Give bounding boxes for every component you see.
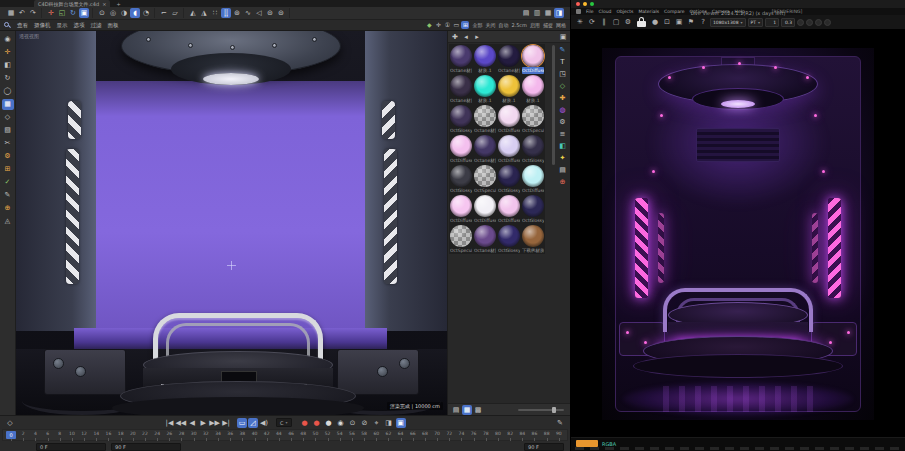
material-thumb[interactable]: OctDiffuse — [449, 194, 473, 224]
record-position-button[interactable]: ● — [300, 418, 310, 428]
snap-label-snap[interactable]: 捕捉 — [543, 22, 553, 28]
scale-tool-icon[interactable]: ◱ — [57, 8, 67, 18]
material-thumb[interactable]: OctSpecular — [521, 104, 545, 134]
snap-label-grid[interactable]: 网格 — [556, 22, 566, 28]
material-thumb[interactable]: Octane材质 — [473, 134, 497, 164]
material-thumb[interactable]: OctDiffuse — [497, 134, 521, 164]
material-thumb[interactable]: OctGlossy — [449, 164, 473, 194]
live-select-icon[interactable]: ⊙ — [97, 8, 107, 18]
search-icon[interactable] — [4, 22, 11, 29]
layout-preset-3-icon[interactable]: ▦ — [543, 8, 553, 18]
circle-tool-icon[interactable]: ◯ — [2, 86, 14, 97]
snap-label-off[interactable]: 关闭 — [485, 22, 495, 28]
layers-icon[interactable]: ◧ — [557, 141, 568, 151]
list-view-icon[interactable]: ▤ — [451, 405, 461, 415]
next-page-icon[interactable]: ▸ — [472, 32, 482, 42]
animation-mode-icon[interactable]: ∿ — [243, 8, 253, 18]
layout-preset-1-icon[interactable]: ▤ — [521, 8, 531, 18]
material-thumb[interactable]: OctGlossy — [521, 134, 545, 164]
zoom-window-button[interactable] — [590, 2, 594, 6]
material-thumb[interactable]: Octane材质 — [473, 224, 497, 254]
snap-label-all[interactable]: 全部 — [472, 22, 482, 28]
copy-clipboard-icon[interactable]: ▣ — [674, 17, 684, 27]
undo-icon[interactable]: ↶ — [17, 8, 27, 18]
list-icon[interactable]: ≡ — [557, 129, 568, 139]
channel-button-1[interactable] — [797, 19, 804, 26]
keyframe-diamond-icon[interactable]: ◇ — [5, 418, 15, 428]
workplane-lock-icon[interactable]: ◁ — [254, 8, 264, 18]
region-render-icon[interactable]: ● — [650, 17, 660, 27]
material-thumb[interactable]: OctDiffuse — [521, 44, 545, 74]
active-tool-icon[interactable]: ▣ — [79, 8, 89, 18]
generator-icon[interactable]: ⚙ — [2, 151, 14, 162]
grid-tool-icon[interactable]: ▦ — [2, 99, 14, 110]
sound-toggle[interactable]: ◀) — [259, 418, 269, 428]
polygons-mode-icon[interactable]: ⣿ — [221, 8, 231, 18]
snap-label-enable[interactable]: 启用 — [530, 22, 540, 28]
layout-grid-icon[interactable]: ▦ — [6, 8, 16, 18]
menu-file[interactable]: File — [586, 9, 594, 14]
split-tool-icon[interactable]: ◧ — [2, 60, 14, 71]
grid-view-icon[interactable]: ▦ — [462, 405, 472, 415]
spin-tool-icon[interactable]: ↻ — [2, 73, 14, 84]
render-settings-icon[interactable]: ⊜ — [276, 8, 286, 18]
brush-tool-icon[interactable]: ◉ — [2, 34, 14, 45]
viewport-canvas[interactable]: 透视视图 — [16, 31, 447, 415]
target-tool-icon[interactable]: ⊕ — [2, 203, 14, 214]
axis-lock-icon[interactable]: ◖ — [130, 8, 140, 18]
timeline-ruler[interactable]: 0 02468101214161820222426283032343638404… — [2, 429, 568, 441]
material-thumb[interactable]: OctDiffuse — [497, 194, 521, 224]
array-icon[interactable]: ⊞ — [2, 164, 14, 175]
loop-toggle[interactable]: ▭ — [237, 418, 247, 428]
prev-key-button[interactable]: ◀◀ — [175, 418, 186, 428]
restart-render-icon[interactable]: ✳ — [575, 17, 585, 27]
record-param-button[interactable]: ◉ — [336, 418, 346, 428]
material-thumb[interactable]: Octane材质 — [473, 104, 497, 134]
magnet-button[interactable]: ◨ — [384, 418, 394, 428]
minimize-window-button[interactable] — [583, 2, 587, 6]
diamond-tool-icon[interactable]: ◇ — [2, 112, 14, 123]
viewport-menu-cameras[interactable]: 摄像机 — [34, 22, 51, 29]
material-thumb[interactable]: OctGlossy — [497, 224, 521, 254]
panel-menu-icon[interactable]: ▣ — [558, 32, 568, 42]
autokey-button[interactable]: ⊘ — [360, 418, 370, 428]
node-icon[interactable]: ◇ — [557, 81, 568, 91]
add-icon[interactable]: ✚ — [557, 93, 568, 103]
redo-icon[interactable]: ↷ — [28, 8, 38, 18]
lasso-select-icon[interactable]: ◑ — [119, 8, 129, 18]
workplane-icon[interactable]: ⌐ — [159, 8, 169, 18]
menu-materials[interactable]: Materials — [638, 9, 659, 14]
current-frame-marker[interactable]: 0 — [6, 431, 16, 439]
record-pla-button[interactable]: ⊙ — [348, 418, 358, 428]
knife-tool-icon[interactable]: ✂ — [2, 138, 14, 149]
record-rotation-button[interactable]: ● — [312, 418, 322, 428]
star-icon[interactable]: ✦ — [557, 153, 568, 163]
material-thumb[interactable]: 材质.1 — [497, 74, 521, 104]
samples-field[interactable]: 1 — [765, 18, 779, 27]
object-mode-icon[interactable]: ◮ — [199, 8, 209, 18]
material-thumb[interactable]: OctGlossy — [521, 194, 545, 224]
next-frame-button[interactable]: ▶▶ — [209, 418, 220, 428]
channel-button-2[interactable] — [806, 19, 813, 26]
material-thumb[interactable]: Octane材质 — [449, 44, 473, 74]
slider-thumb[interactable] — [552, 407, 556, 413]
channel-button-4[interactable] — [824, 19, 831, 26]
pick-icon[interactable]: ⊕ — [557, 177, 568, 187]
model-mode-icon[interactable]: ◭ — [188, 8, 198, 18]
paint-icon[interactable]: ✎ — [557, 45, 568, 55]
range-start-field[interactable]: 0 F — [36, 443, 106, 451]
snap-label-size[interactable]: 2.5cm — [511, 22, 527, 28]
render-canvas[interactable] — [602, 48, 874, 420]
viewport-menu-display[interactable]: 显示 — [57, 22, 68, 29]
goto-end-button[interactable]: ▶| — [221, 418, 231, 428]
edit-timeline-icon[interactable]: ✎ — [555, 418, 565, 428]
workplane-snap-icon[interactable]: ① — [443, 21, 451, 29]
pause-icon[interactable]: ∥ — [599, 17, 609, 27]
check-icon[interactable]: ✓ — [2, 177, 14, 188]
new-tab-button[interactable]: + — [116, 1, 120, 7]
render-view-icon[interactable]: ⊜ — [265, 8, 275, 18]
snap-enable-icon[interactable]: ◆ — [425, 21, 433, 29]
grid-snap-icon[interactable]: ⊞ — [461, 21, 469, 29]
material-thumb[interactable]: 材质.1 — [521, 74, 545, 104]
context-field[interactable]: C▾ — [276, 418, 292, 427]
